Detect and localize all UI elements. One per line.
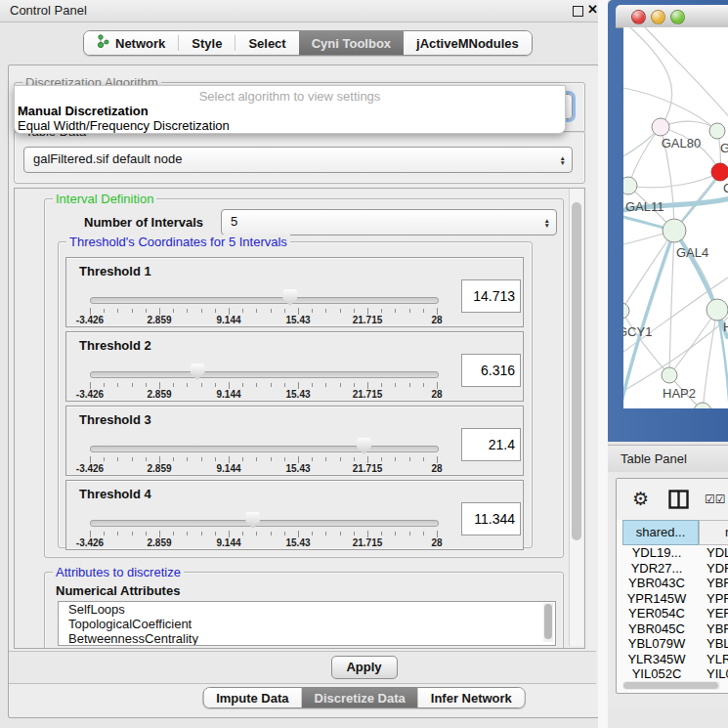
table-horizontal-scrollbar[interactable] bbox=[622, 681, 720, 690]
apply-button[interactable]: Apply bbox=[331, 656, 398, 679]
slider-tick bbox=[284, 532, 285, 535]
mac-minimize-button[interactable] bbox=[651, 10, 665, 24]
slider-tick bbox=[298, 308, 299, 315]
network-node[interactable] bbox=[623, 303, 629, 319]
slider-tick bbox=[271, 383, 272, 387]
mac-close-button[interactable] bbox=[631, 10, 646, 24]
threshold-1-slider-track[interactable] bbox=[90, 297, 439, 304]
network-node[interactable] bbox=[709, 123, 725, 139]
threshold-3-label: Threshold 3 bbox=[79, 412, 151, 427]
algorithm-option-manual[interactable]: Manual Discretization bbox=[18, 104, 149, 118]
slider-tick bbox=[90, 382, 91, 389]
network-window-titlebar[interactable] bbox=[616, 5, 728, 28]
table-row[interactable]: YDR27...YDR2 bbox=[617, 561, 728, 577]
table-data-combobox[interactable]: galFiltered.sif default node ▲▼ bbox=[23, 147, 573, 173]
tab-impute-data[interactable]: Impute Data bbox=[203, 688, 301, 707]
attributes-scrollbar[interactable] bbox=[543, 603, 553, 642]
attribute-item[interactable]: SelfLoops bbox=[59, 602, 555, 617]
slider-tick bbox=[173, 532, 174, 535]
tab-jactivemnodules[interactable]: jActiveMNodules bbox=[404, 31, 532, 55]
slider-tick bbox=[146, 532, 147, 535]
table-row[interactable]: YER054CYER0 bbox=[617, 606, 728, 621]
slider-tick bbox=[117, 309, 118, 313]
table-row[interactable]: YBL079WYBL0 bbox=[617, 636, 728, 652]
tab-select[interactable]: Select bbox=[236, 31, 298, 55]
control-panel-titlebar: Control Panel ✕ bbox=[0, 0, 604, 22]
table-row[interactable]: YIL052CYIL0 bbox=[617, 666, 728, 682]
tab-network[interactable]: Network bbox=[84, 31, 178, 55]
slider-tick bbox=[423, 383, 424, 387]
network-node[interactable] bbox=[711, 163, 728, 181]
network-node[interactable] bbox=[652, 118, 669, 136]
slider-tick bbox=[312, 383, 313, 387]
threshold-4-slider-track[interactable] bbox=[90, 520, 439, 527]
slider-tick bbox=[242, 309, 243, 313]
threshold-3-value-field[interactable]: 21.4 bbox=[461, 428, 521, 461]
number-of-intervals-combobox[interactable]: 5 ▲▼ bbox=[221, 209, 557, 236]
slider-tick bbox=[256, 457, 257, 461]
tab-infer-network[interactable]: Infer Network bbox=[418, 688, 525, 707]
slider-tick bbox=[298, 382, 299, 389]
apply-strip bbox=[9, 651, 596, 684]
tab-style[interactable]: Style bbox=[179, 31, 235, 55]
threshold-1-block: Threshold 1 -3.4262.8599.14415.4321.7152… bbox=[65, 257, 524, 327]
slider-tick bbox=[117, 532, 118, 535]
slider-tick bbox=[354, 309, 355, 313]
threshold-2-value-field[interactable]: 6.316 bbox=[461, 354, 521, 387]
table-row[interactable]: YBR043CYBR0 bbox=[617, 576, 728, 591]
table-row[interactable]: YDL19...YDL1 bbox=[617, 545, 728, 561]
table-row[interactable]: YBR045CYBR0 bbox=[617, 621, 728, 637]
threshold-1-value-field[interactable]: 14.713 bbox=[461, 279, 521, 313]
select-columns-checkboxes-icon[interactable]: ☑☑ bbox=[705, 492, 726, 506]
numerical-attributes-list[interactable]: SelfLoopsTopologicalCoefficientBetweenne… bbox=[58, 601, 556, 646]
table-panel-title: Table Panel bbox=[621, 451, 687, 466]
slider-tick bbox=[229, 308, 230, 315]
table-row[interactable]: YPR145WYPR1 bbox=[617, 591, 728, 607]
slider-tick bbox=[395, 309, 396, 313]
algorithm-placeholder-option[interactable]: Select algorithm to view settings bbox=[15, 89, 565, 104]
network-node[interactable] bbox=[694, 403, 711, 408]
slider-tick bbox=[132, 383, 133, 387]
network-node[interactable] bbox=[662, 367, 677, 383]
tab-cyni-toolbox[interactable]: Cyni Toolbox bbox=[299, 31, 404, 55]
slider-tick bbox=[340, 383, 341, 387]
slider-tick bbox=[242, 457, 243, 461]
slider-tick bbox=[312, 532, 313, 535]
tab-discretize-data[interactable]: Discretize Data bbox=[302, 688, 418, 707]
network-canvas[interactable]: GAL80GACGAL11GAL4HGCY1HAP2 bbox=[623, 27, 728, 408]
slider-tick bbox=[117, 457, 118, 461]
column-header-shared-name[interactable]: shared... bbox=[622, 520, 699, 545]
slider-scale-label: 28 bbox=[415, 463, 458, 474]
network-node[interactable] bbox=[707, 299, 728, 321]
slider-tick bbox=[423, 532, 424, 535]
attribute-item[interactable]: BetweennessCentrality bbox=[59, 631, 555, 646]
settings-vertical-scrollbar[interactable] bbox=[569, 189, 583, 646]
slider-tick bbox=[90, 308, 91, 315]
close-icon[interactable]: ✕ bbox=[587, 2, 598, 17]
mac-zoom-button[interactable] bbox=[670, 10, 685, 24]
slider-tick bbox=[340, 309, 341, 313]
threshold-2-slider-track[interactable] bbox=[90, 371, 439, 378]
slider-scale-label: 2.859 bbox=[138, 389, 181, 400]
slider-tick bbox=[256, 309, 257, 313]
column-header-name[interactable]: na bbox=[699, 520, 728, 545]
threshold-2-block: Threshold 2 -3.4262.8599.14415.4321.7152… bbox=[65, 331, 524, 402]
threshold-4-value-field[interactable]: 11.344 bbox=[461, 502, 521, 535]
slider-tick bbox=[354, 457, 355, 461]
network-node[interactable] bbox=[623, 177, 637, 194]
float-window-icon[interactable] bbox=[573, 6, 583, 17]
columns-icon[interactable] bbox=[668, 490, 689, 512]
slider-tick bbox=[437, 382, 438, 389]
table-row[interactable]: YLR345WYLR3 bbox=[617, 652, 728, 667]
threshold-3-slider-track[interactable] bbox=[90, 446, 439, 452]
attribute-item[interactable]: TopologicalCoefficient bbox=[59, 617, 555, 631]
number-of-intervals-label: Number of Intervals bbox=[84, 215, 203, 230]
algorithm-option-equal-width[interactable]: Equal Width/Frequency Discretization bbox=[18, 118, 230, 133]
slider-scale-label: 21.715 bbox=[346, 463, 389, 474]
network-node[interactable] bbox=[663, 219, 686, 242]
slider-scale: -3.4262.8599.14415.4321.71528 bbox=[90, 537, 438, 548]
gear-icon[interactable]: ⚙ bbox=[632, 488, 649, 510]
slider-tick bbox=[381, 457, 382, 461]
slider-tick bbox=[159, 382, 160, 389]
slider-tick bbox=[159, 456, 160, 463]
